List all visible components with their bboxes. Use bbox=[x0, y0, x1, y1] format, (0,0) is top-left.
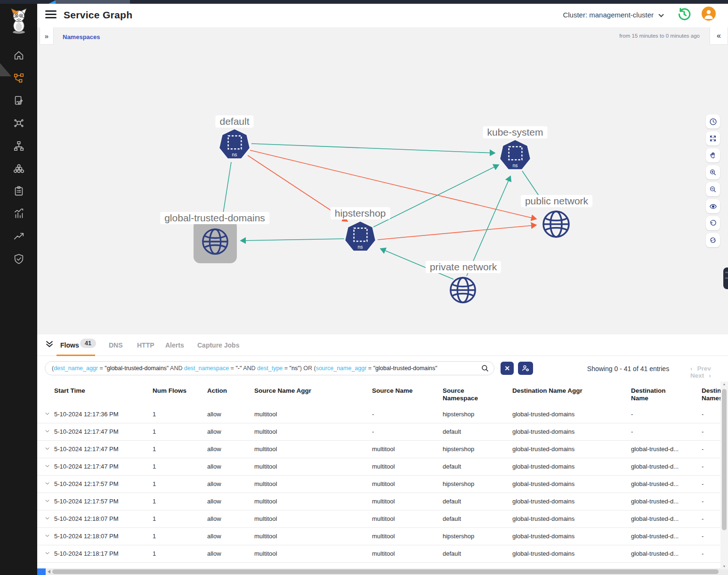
node-label-hipstershop[interactable]: hipstershop bbox=[331, 207, 390, 219]
col-source-name[interactable]: Source Name bbox=[372, 387, 413, 395]
next-chevron-icon[interactable]: › bbox=[709, 372, 711, 379]
calico-cat-logo[interactable] bbox=[8, 8, 29, 34]
col-source-name-aggr[interactable]: Source Name Aggr bbox=[254, 387, 311, 395]
user-avatar[interactable] bbox=[702, 7, 716, 21]
node-kube-system[interactable]: ns bbox=[498, 138, 532, 174]
node-hipstershop[interactable]: ns bbox=[343, 220, 377, 256]
search-icon[interactable] bbox=[481, 364, 489, 374]
row-expand-chevron-icon[interactable] bbox=[45, 498, 50, 505]
node-default[interactable]: ns bbox=[218, 128, 251, 163]
cell-destination-name: global-trusted-d... bbox=[631, 463, 683, 470]
networks-icon[interactable] bbox=[0, 135, 37, 157]
table-row[interactable]: 5-10-2024 12:17:36 PM 1 allow multitool … bbox=[37, 406, 720, 423]
tab-http[interactable]: HTTP bbox=[137, 341, 154, 349]
col-source-namespace[interactable]: Source Namespace bbox=[443, 387, 494, 402]
row-expand-chevron-icon[interactable] bbox=[45, 445, 50, 453]
svg-text:ns: ns bbox=[358, 244, 363, 250]
scroll-up-arrow[interactable]: ▲ bbox=[720, 381, 728, 387]
table-row[interactable]: 5-10-2024 12:18:17 PM 1 allow multitool … bbox=[37, 545, 720, 563]
service-graph-icon[interactable] bbox=[0, 67, 37, 89]
row-expand-chevron-icon[interactable] bbox=[45, 463, 50, 470]
node-public-network[interactable] bbox=[541, 209, 572, 242]
scroll-down-arrow[interactable]: ▼ bbox=[720, 564, 728, 569]
vertical-scroll-thumb[interactable] bbox=[722, 389, 727, 530]
clear-filter-button[interactable]: ✕ bbox=[501, 362, 514, 375]
threat-defense-icon[interactable] bbox=[0, 248, 37, 270]
table-row[interactable]: 5-10-2024 12:17:57 PM 1 allow multitool … bbox=[37, 493, 720, 510]
cluster-selector[interactable]: Cluster: management-cluster bbox=[563, 11, 662, 19]
activity-icon[interactable] bbox=[0, 202, 37, 225]
tab-capture-jobs[interactable]: Capture Jobs bbox=[197, 341, 239, 349]
home-icon[interactable] bbox=[0, 44, 37, 67]
scroll-left-arrow[interactable] bbox=[48, 570, 50, 574]
node-private-network[interactable] bbox=[448, 275, 478, 307]
col-destination-name[interactable]: Destination Name bbox=[631, 387, 683, 402]
node-label-private-network[interactable]: private network bbox=[426, 261, 501, 273]
cell-num-flows: 1 bbox=[153, 445, 156, 453]
horizontal-scrollbar[interactable] bbox=[37, 568, 728, 575]
prev-chevron-icon[interactable]: ‹ bbox=[690, 365, 693, 372]
clusters-icon[interactable] bbox=[0, 157, 37, 180]
hamburger-menu-icon[interactable] bbox=[45, 10, 57, 20]
endpoints-icon[interactable] bbox=[0, 112, 37, 135]
row-expand-chevron-icon[interactable] bbox=[45, 533, 50, 540]
service-graph-canvas[interactable]: ns ns ns default k bbox=[37, 27, 728, 334]
col-start-time[interactable]: Start Time bbox=[54, 387, 85, 395]
row-expand-chevron-icon[interactable] bbox=[45, 411, 50, 418]
cell-num-flows: 1 bbox=[153, 411, 156, 418]
filter-query-input[interactable]: (dest_name_aggr = "global-trusted-domain… bbox=[45, 361, 494, 375]
table-row[interactable]: 5-10-2024 12:18:07 PM 1 allow multitool … bbox=[37, 528, 720, 545]
visibility-icon[interactable] bbox=[706, 199, 720, 213]
zoom-in-icon[interactable] bbox=[706, 165, 720, 179]
column-settings-button[interactable] bbox=[518, 362, 533, 375]
collapse-flows-icon[interactable] bbox=[45, 340, 54, 351]
table-row[interactable]: 5-10-2024 12:17:47 PM 1 allow multitool … bbox=[37, 458, 720, 476]
trends-icon[interactable] bbox=[0, 225, 37, 248]
cell-action: allow bbox=[207, 428, 221, 435]
table-row[interactable]: 5-10-2024 12:17:47 PM 1 allow multitool … bbox=[37, 441, 720, 458]
prev-button[interactable]: Prev bbox=[697, 365, 711, 372]
zoom-out-icon[interactable] bbox=[706, 182, 720, 196]
tab-flows[interactable]: Flows bbox=[60, 341, 79, 349]
node-global-trusted-domains[interactable] bbox=[200, 227, 230, 259]
query-token: = bbox=[366, 365, 373, 372]
query-token: AND bbox=[242, 365, 257, 372]
col-destination-name-aggr[interactable]: Destination Name Aggr bbox=[512, 387, 582, 395]
node-label-default[interactable]: default bbox=[215, 115, 253, 128]
breadcrumb[interactable]: Namespaces bbox=[63, 33, 100, 40]
cell-source-name-aggr: multitool bbox=[254, 515, 277, 522]
table-row[interactable]: 5-10-2024 12:17:47 PM 1 allow multitool … bbox=[37, 423, 720, 441]
table-row[interactable]: 5-10-2024 12:17:57 PM 1 allow multitool … bbox=[37, 476, 720, 493]
row-expand-chevron-icon[interactable] bbox=[45, 515, 50, 522]
row-expand-chevron-icon[interactable] bbox=[45, 550, 50, 557]
time-icon[interactable] bbox=[706, 114, 720, 129]
cell-num-flows: 1 bbox=[153, 515, 156, 522]
node-label-kube-system[interactable]: kube-system bbox=[483, 126, 547, 138]
node-label-global-trusted-domains[interactable]: global-trusted-domains bbox=[160, 212, 269, 224]
collapse-panel-button[interactable]: « bbox=[710, 27, 728, 45]
horizontal-scroll-thumb[interactable] bbox=[52, 569, 719, 574]
history-icon[interactable] bbox=[677, 7, 691, 21]
expand-breadcrumb-button[interactable]: » bbox=[40, 27, 54, 45]
col-num-flows[interactable]: Num Flows bbox=[153, 387, 186, 395]
cell-source-name: multitool bbox=[372, 445, 395, 453]
expand-icon[interactable] bbox=[706, 131, 720, 146]
tab-alerts[interactable]: Alerts bbox=[165, 341, 184, 349]
pan-icon[interactable] bbox=[706, 148, 720, 162]
row-expand-chevron-icon[interactable] bbox=[45, 480, 50, 487]
undo-icon[interactable] bbox=[706, 216, 720, 230]
tab-dns[interactable]: DNS bbox=[109, 341, 123, 349]
policies-icon[interactable] bbox=[0, 89, 37, 112]
scroll-corner-accent bbox=[37, 568, 46, 575]
table-row[interactable]: 5-10-2024 12:18:07 PM 1 allow multitool … bbox=[37, 510, 720, 528]
refresh-icon[interactable] bbox=[706, 233, 720, 247]
node-label-public-network[interactable]: public network bbox=[521, 195, 592, 207]
row-expand-chevron-icon[interactable] bbox=[45, 428, 50, 435]
cell-destination-name-aggr: global-trusted-domains bbox=[512, 445, 574, 453]
col-action[interactable]: Action bbox=[207, 387, 227, 395]
query-token: dest_name_aggr bbox=[54, 365, 98, 372]
vertical-scrollbar[interactable]: ▲ ▼ bbox=[720, 381, 728, 569]
next-button[interactable]: Next bbox=[690, 372, 704, 379]
compliance-icon[interactable] bbox=[0, 180, 37, 202]
side-panel-handle[interactable] bbox=[723, 267, 728, 289]
